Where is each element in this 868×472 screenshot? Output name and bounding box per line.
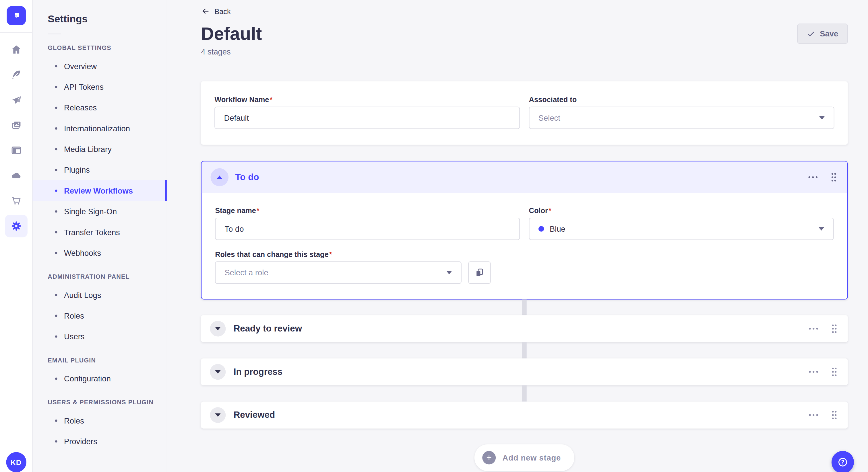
sidebar-item-audit-logs[interactable]: Audit Logs [32,284,166,305]
bullet-icon [55,169,57,171]
sidebar-item-label: Overview [64,61,97,70]
required-mark: * [329,250,332,258]
stage-color-select[interactable]: Blue [529,217,834,240]
sidebar-item-webhooks[interactable]: Webhooks [32,242,166,263]
bullet-icon [55,314,57,316]
stage-options-button[interactable] [807,326,820,332]
content-type-builder-layout-icon[interactable] [5,139,27,162]
bullet-icon [55,251,57,254]
chevron-up-icon [217,175,222,179]
associated-to-select[interactable]: Select [529,107,834,129]
add-new-stage-button[interactable]: Add new stage [474,444,575,471]
sidebar-item-label: Releases [64,103,97,112]
page-title: Default [201,24,262,43]
sidebar-item-releases[interactable]: Releases [32,97,166,117]
home-icon[interactable] [5,38,27,61]
stage-drag-handle[interactable] [830,366,839,378]
expand-stage-button[interactable] [210,321,226,337]
required-mark: * [549,206,551,215]
user-avatar[interactable]: KD [6,452,26,472]
bullet-icon [55,127,57,129]
expand-stage-button[interactable] [210,407,226,423]
sidebar-item-label: Internationalization [64,124,130,133]
apply-to-all-stages-button[interactable] [468,261,491,283]
settings-subnav: Settings GLOBAL SETTINGS Overview API To… [32,0,167,472]
marketplace-cart-icon[interactable] [5,190,27,212]
media-library-icon[interactable] [5,114,27,136]
help-button[interactable] [832,451,854,472]
expand-stage-button[interactable] [210,364,226,380]
sidebar-item-single-sign-on[interactable]: Single Sign-On [32,201,166,222]
section-label-global-settings: GLOBAL SETTINGS [48,44,167,51]
sidebar-item-label: Media Library [64,144,112,154]
deploy-cloud-icon[interactable] [5,164,27,187]
stage-options-button[interactable] [807,369,820,375]
workflow-name-input[interactable] [214,107,520,129]
sidebar-item-label: API Tokens [64,82,104,91]
drag-handle-icon [831,324,838,334]
sidebar-item-label: Providers [64,437,97,446]
chevron-down-icon [215,370,221,374]
releases-paper-plane-icon[interactable] [5,89,27,111]
stage-name-input[interactable] [215,217,520,240]
bullet-icon [55,189,57,192]
stage-roles-select[interactable]: Select a role [215,261,462,283]
sidebar-item-api-tokens[interactable]: API Tokens [32,76,166,97]
stage-row-reviewed[interactable]: Reviewed [201,401,848,429]
sidebar-item-admin-roles[interactable]: Roles [32,305,166,326]
sidebar-item-admin-users[interactable]: Users [32,326,166,346]
sidebar-item-label: Roles [64,416,84,425]
subnav-title: Settings [48,13,167,25]
collapse-stage-button[interactable] [211,168,229,187]
stage-drag-handle[interactable] [830,323,839,335]
stage-title: In progress [234,367,807,377]
back-link[interactable]: Back [201,7,230,15]
stage-options-button[interactable] [807,174,819,180]
plus-icon [482,451,496,465]
sidebar-item-label: Single Sign-On [64,207,117,216]
sidebar-item-plugins[interactable]: Plugins [32,160,166,180]
copy-icon [474,268,485,278]
save-button[interactable]: Save [797,24,848,43]
sidebar-item-transfer-tokens[interactable]: Transfer Tokens [32,222,166,242]
sidebar-item-label: Plugins [64,165,90,174]
check-icon [807,30,815,38]
app-window: KD Settings GLOBAL SETTINGS Overview API… [0,0,868,472]
sidebar-item-review-workflows[interactable]: Review Workflows [32,180,166,201]
chevron-down-icon [215,413,221,417]
stage-card-todo: To do Stage name* C [201,161,848,299]
ellipsis-icon [809,370,818,374]
stage-name-label: Stage name* [215,206,520,215]
settings-gear-icon[interactable] [5,215,27,237]
sidebar-item-internationalization[interactable]: Internationalization [32,118,166,138]
rail-divider [0,32,32,32]
stage-drag-handle[interactable] [829,171,838,183]
workflow-name-label: Workflow Name* [214,96,520,104]
stage-options-button[interactable] [807,412,820,418]
strapi-logo[interactable] [6,6,26,26]
ellipsis-icon [808,175,818,179]
bullet-icon [55,106,57,109]
bullet-icon [55,231,57,233]
stage-name-field: Stage name* [215,206,520,240]
stage-row-in-progress[interactable]: In progress [201,359,848,385]
stage-header-todo[interactable]: To do [202,162,847,193]
sidebar-item-label: Review Workflows [64,186,133,195]
stage-roles-placeholder: Select a role [224,268,446,277]
stage-drag-handle[interactable] [830,409,839,421]
bullet-icon [55,86,57,88]
drag-handle-icon [831,410,838,420]
associated-to-label: Associated to [529,96,834,104]
sidebar-item-up-providers[interactable]: Providers [32,431,166,451]
sidebar-item-overview[interactable]: Overview [32,56,166,76]
sidebar-item-up-roles[interactable]: Roles [32,410,166,431]
bullet-icon [55,65,57,67]
color-swatch-blue [538,226,544,232]
arrow-left-icon [201,7,210,15]
bullet-icon [55,210,57,212]
sidebar-item-media-library[interactable]: Media Library [32,138,166,159]
content-manager-feather-icon[interactable] [5,63,27,86]
sidebar-item-email-configuration[interactable]: Configuration [32,368,166,389]
stage-color-value: Blue [550,224,818,233]
stage-row-ready-to-review[interactable]: Ready to review [201,315,848,342]
